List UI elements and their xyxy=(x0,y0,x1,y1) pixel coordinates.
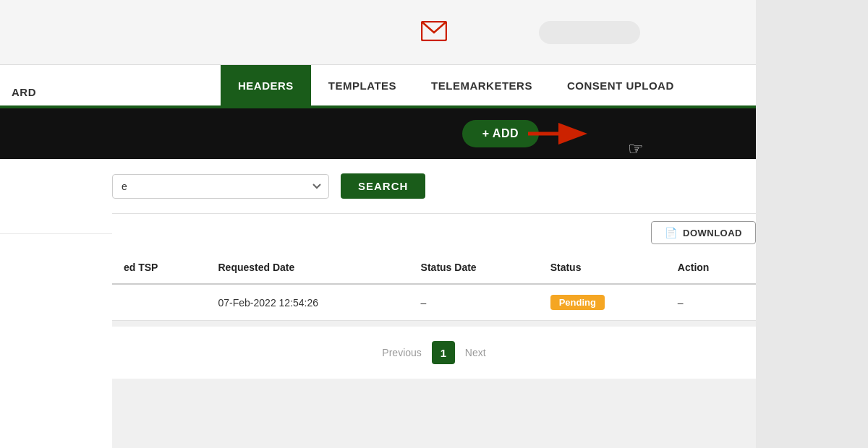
search-button[interactable]: SEARCH xyxy=(341,173,425,199)
download-icon: 📄 xyxy=(665,227,678,238)
left-partial-overlay: ARD xyxy=(0,0,112,448)
search-row: e SEARCH xyxy=(112,159,756,214)
top-bar-search xyxy=(539,21,640,44)
top-bar xyxy=(112,0,756,65)
filter-select[interactable]: e xyxy=(112,174,329,199)
download-row: 📄 DOWNLOAD xyxy=(112,214,756,251)
red-arrow-svg xyxy=(528,119,593,148)
left-partial-toolbar xyxy=(0,108,112,159)
pagination-prev-button[interactable]: Previous xyxy=(382,347,421,358)
col-requested-date: Requested Date xyxy=(207,251,409,284)
tab-telemarketers[interactable]: TELEMARKETERS xyxy=(414,65,550,105)
table-row: 07-Feb-2022 12:54:26 – Pending – xyxy=(112,284,756,321)
toolbar-row: + ADD ☞ xyxy=(112,108,756,159)
table-container: ed TSP Requested Date Status Date Status… xyxy=(112,251,756,321)
cell-status-date: – xyxy=(409,284,539,321)
cell-ed-tsp xyxy=(112,284,207,321)
pagination: Previous 1 Next xyxy=(112,327,756,379)
tab-headers[interactable]: HEADERS xyxy=(221,65,311,105)
tab-templates[interactable]: TEMPLATES xyxy=(311,65,414,105)
mail-icon xyxy=(421,21,447,44)
cursor-icon: ☞ xyxy=(628,139,644,159)
cell-status: Pending xyxy=(539,284,666,321)
tab-ard-partial[interactable]: ARD xyxy=(0,79,48,105)
status-badge: Pending xyxy=(550,295,605,310)
nav-tabs: HEADERS TEMPLATES TELEMARKETERS CONSENT … xyxy=(112,65,756,108)
pagination-page-1[interactable]: 1 xyxy=(432,341,455,364)
cell-action: – xyxy=(666,284,756,321)
col-action: Action xyxy=(666,251,756,284)
download-button-label: DOWNLOAD xyxy=(683,228,742,238)
col-status: Status xyxy=(539,251,666,284)
tab-consent-upload[interactable]: CONSENT UPLOAD xyxy=(550,65,692,105)
pagination-next-button[interactable]: Next xyxy=(465,347,486,358)
data-table: ed TSP Requested Date Status Date Status… xyxy=(112,251,756,321)
col-status-date: Status Date xyxy=(409,251,539,284)
table-header-row: ed TSP Requested Date Status Date Status… xyxy=(112,251,756,284)
arrow-annotation xyxy=(528,119,593,148)
add-button-label: + ADD xyxy=(482,127,519,140)
right-sidebar xyxy=(756,0,868,448)
top-search-box xyxy=(539,21,640,44)
left-partial-top xyxy=(0,0,112,65)
mail-icon-wrapper xyxy=(421,21,447,44)
col-ed-tsp: ed TSP xyxy=(112,251,207,284)
left-partial-download xyxy=(0,202,112,234)
left-partial-search xyxy=(0,159,112,202)
left-partial-nav: ARD xyxy=(0,65,112,108)
download-button[interactable]: 📄 DOWNLOAD xyxy=(651,221,757,244)
cell-requested-date: 07-Feb-2022 12:54:26 xyxy=(207,284,409,321)
